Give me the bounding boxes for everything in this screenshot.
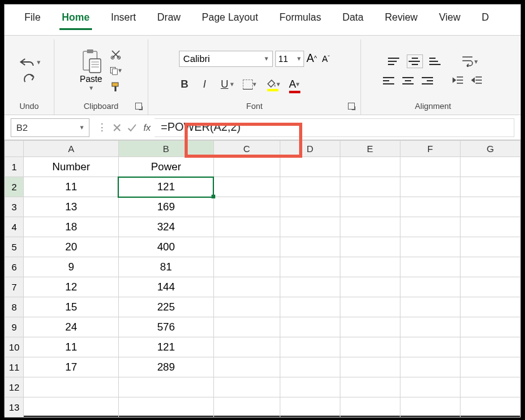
- cell[interactable]: 225: [118, 297, 213, 317]
- tab-draw[interactable]: Draw: [155, 9, 183, 30]
- cell[interactable]: Number: [24, 157, 119, 177]
- row-header[interactable]: 6: [5, 257, 24, 277]
- cell[interactable]: [280, 177, 340, 197]
- cell[interactable]: [280, 157, 340, 177]
- tab-file[interactable]: File: [22, 9, 43, 30]
- cell[interactable]: [280, 317, 340, 337]
- cell[interactable]: 169: [118, 197, 213, 217]
- cancel-formula-button[interactable]: [110, 120, 125, 135]
- col-header-D[interactable]: D: [280, 141, 340, 157]
- cell[interactable]: [460, 217, 520, 237]
- increase-indent-button[interactable]: [471, 75, 483, 87]
- cell[interactable]: Power: [118, 157, 213, 177]
- font-launcher[interactable]: [348, 103, 357, 111]
- row-header[interactable]: 2: [5, 177, 24, 197]
- cell[interactable]: [460, 277, 520, 297]
- cell[interactable]: [400, 357, 460, 377]
- cell[interactable]: [213, 317, 280, 337]
- row-header[interactable]: 11: [5, 357, 24, 377]
- cell[interactable]: [400, 257, 460, 277]
- cell[interactable]: [340, 397, 400, 417]
- cell[interactable]: [340, 377, 400, 397]
- cell[interactable]: [340, 217, 400, 237]
- cell[interactable]: [280, 337, 340, 357]
- cell[interactable]: 144: [118, 277, 213, 297]
- cell[interactable]: [213, 337, 280, 357]
- format-painter-button[interactable]: [110, 81, 122, 93]
- cell[interactable]: [460, 257, 520, 277]
- row-header[interactable]: 8: [5, 297, 24, 317]
- cell[interactable]: [213, 237, 280, 257]
- cell[interactable]: 15: [24, 297, 119, 317]
- accept-formula-button[interactable]: [125, 120, 140, 135]
- cut-button[interactable]: [110, 49, 122, 60]
- cell[interactable]: [213, 377, 280, 397]
- bold-button[interactable]: B: [179, 78, 190, 91]
- row-header[interactable]: 9: [5, 317, 24, 337]
- cell[interactable]: [340, 357, 400, 377]
- cell[interactable]: [24, 377, 119, 397]
- cell[interactable]: [400, 197, 460, 217]
- formula-input[interactable]: =POWER(A2,2): [155, 118, 514, 137]
- col-header-B[interactable]: B: [118, 141, 213, 157]
- cell[interactable]: 9: [24, 257, 119, 277]
- redo-button[interactable]: [21, 73, 38, 85]
- font-size-select[interactable]: 11 ▾: [275, 51, 304, 67]
- cell[interactable]: [340, 277, 400, 297]
- cell[interactable]: [280, 217, 340, 237]
- cell[interactable]: [460, 397, 520, 417]
- tab-view[interactable]: View: [436, 9, 462, 30]
- cell[interactable]: [280, 277, 340, 297]
- cell[interactable]: 289: [118, 357, 213, 377]
- cell[interactable]: [400, 237, 460, 257]
- fill-color-button[interactable]: ▾: [265, 78, 280, 90]
- cell[interactable]: [460, 317, 520, 337]
- cell[interactable]: [460, 177, 520, 197]
- cell[interactable]: [460, 337, 520, 357]
- align-bottom-button[interactable]: [429, 56, 442, 66]
- col-header-E[interactable]: E: [340, 141, 400, 157]
- clipboard-launcher[interactable]: [135, 103, 144, 111]
- cell[interactable]: [340, 337, 400, 357]
- cell[interactable]: 18: [24, 217, 119, 237]
- row-header[interactable]: 13: [5, 397, 24, 417]
- row-header[interactable]: 1: [5, 157, 24, 177]
- cell[interactable]: [118, 377, 213, 397]
- cell[interactable]: 17: [24, 357, 119, 377]
- cell[interactable]: [280, 297, 340, 317]
- font-name-select[interactable]: Calibri ▾: [179, 51, 273, 67]
- cell[interactable]: 121: [118, 177, 213, 197]
- cell[interactable]: [213, 297, 280, 317]
- col-header-A[interactable]: A: [24, 141, 119, 157]
- cell[interactable]: [340, 177, 400, 197]
- cell[interactable]: [400, 397, 460, 417]
- row-header[interactable]: 10: [5, 337, 24, 357]
- cell[interactable]: [280, 397, 340, 417]
- cell[interactable]: [400, 217, 460, 237]
- insert-function-button[interactable]: fx: [140, 120, 155, 135]
- tab-home[interactable]: Home: [59, 9, 92, 30]
- tab-data[interactable]: Data: [340, 9, 366, 30]
- cell[interactable]: [460, 297, 520, 317]
- cell[interactable]: [213, 257, 280, 277]
- cell[interactable]: [280, 357, 340, 377]
- cell[interactable]: [213, 197, 280, 217]
- cell[interactable]: [400, 317, 460, 337]
- cell[interactable]: [213, 217, 280, 237]
- increase-font-button[interactable]: A^: [307, 52, 317, 65]
- cell[interactable]: 11: [24, 337, 119, 357]
- cell[interactable]: 576: [118, 317, 213, 337]
- cell[interactable]: [460, 197, 520, 217]
- borders-button[interactable]: ▾: [243, 79, 257, 90]
- decrease-indent-button[interactable]: [452, 75, 464, 87]
- cell[interactable]: [460, 377, 520, 397]
- cell[interactable]: 400: [118, 237, 213, 257]
- row-header[interactable]: 5: [5, 237, 24, 257]
- underline-button[interactable]: U▾: [219, 78, 234, 91]
- cell[interactable]: 121: [118, 337, 213, 357]
- cell[interactable]: [340, 197, 400, 217]
- align-top-button[interactable]: [388, 56, 400, 66]
- cell[interactable]: [280, 237, 340, 257]
- cell[interactable]: [400, 177, 460, 197]
- cell[interactable]: 24: [24, 317, 119, 337]
